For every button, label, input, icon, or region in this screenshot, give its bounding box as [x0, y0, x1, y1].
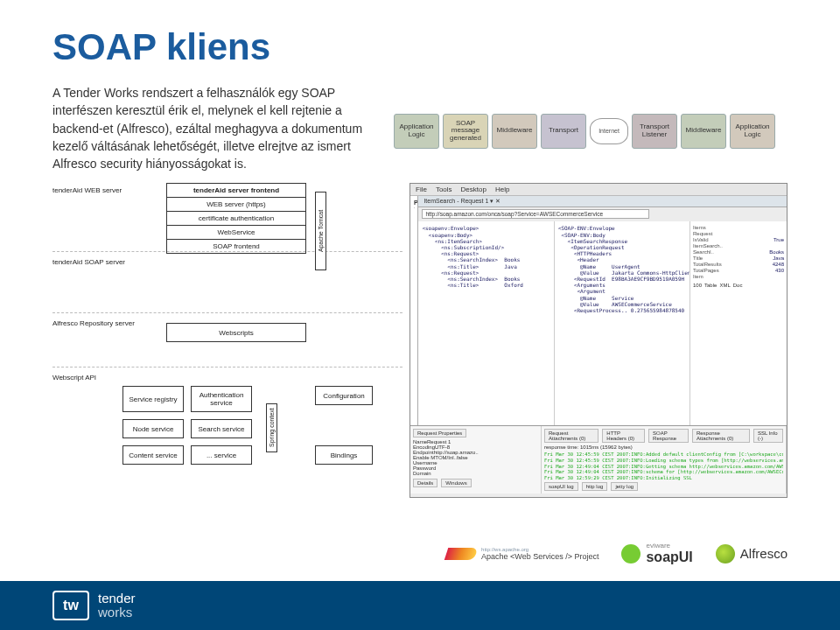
flower-icon — [716, 544, 735, 564]
request-properties-pane: Request Properties NameRequest 1Encoding… — [410, 426, 542, 494]
apache-text: Apache <Web Services /> Project — [481, 552, 598, 561]
request-xml[interactable]: <soapenv:Envelope> <soapenv:Body> <ns:It… — [418, 221, 554, 425]
footer-line1: tender — [98, 592, 136, 606]
resp-tab[interactable]: Doc — [733, 283, 743, 288]
arch-label-api: Webscript API — [52, 374, 96, 382]
outline-row: Item — [693, 273, 784, 279]
outline-row: Items — [693, 224, 784, 230]
arch-content-service: Content service — [122, 445, 184, 465]
lower-tab[interactable]: SSL Info (-) — [753, 429, 783, 443]
pipeline-app-logic-2: Application Logic — [730, 114, 775, 149]
log-pane: Request Attachments (0) HTTP Headers (0)… — [542, 426, 787, 494]
outline-row: TotalResults4248 — [693, 261, 784, 267]
soapui-text: soapUI — [646, 550, 692, 565]
apache-ws-logo: http://ws.apache.org Apache <Web Service… — [446, 547, 598, 561]
menu-item[interactable]: Help — [495, 186, 509, 193]
pipeline-middleware-2: Middleware — [681, 114, 726, 149]
arch-bindings: Bindings — [315, 445, 373, 465]
log-tab[interactable]: http log — [582, 482, 608, 491]
arch-service-registry: Service registry — [122, 386, 184, 412]
soapui-project-tree[interactable]: Projects AmazonAWSECommerceServicePortTy… — [410, 196, 418, 425]
resp-tab[interactable]: Table — [704, 283, 717, 288]
arch-stack-row: SOAP frontend — [167, 240, 305, 253]
pipeline-middleware-1: Middleware — [492, 114, 537, 149]
footer-bar: tw tender works — [0, 581, 840, 630]
tenderworks-logo: tw tender works — [52, 591, 136, 620]
resp-tab[interactable]: XML — [719, 283, 730, 288]
arch-stack-row: WEB server (https) — [167, 198, 305, 212]
response-xml[interactable]: <SOAP-ENV:Envelope <SOAP-ENV:Body <ItemS… — [555, 221, 690, 425]
resp-tab[interactable]: 100 — [693, 283, 702, 288]
request-columns: <soapenv:Envelope> <soapenv:Body> <ns:It… — [418, 221, 787, 425]
top-row: A Tender Works rendszert a felhasználók … — [52, 84, 788, 172]
pipeline-transport: Transport — [541, 114, 586, 149]
feather-icon — [444, 548, 479, 560]
eviware-text: eviware — [646, 542, 670, 550]
arch-node-service: Node service — [122, 419, 184, 438]
outline-row: TotalPages430 — [693, 267, 784, 273]
pipeline-soap-msg: SOAP message generated — [443, 114, 488, 149]
arch-label-web: tenderAid WEB server — [52, 186, 122, 194]
arch-webscripts: Webscripts — [166, 323, 306, 342]
outline-row: TitleJava — [693, 255, 784, 261]
lower-tab[interactable]: Request Attachments (0) — [544, 429, 598, 443]
arch-auth-service: Authentication service — [191, 386, 252, 412]
outline-row: Request — [693, 230, 784, 236]
request-tab[interactable]: ItemSearch - Request 1 ▾ ✕ — [418, 196, 787, 207]
arch-stack-row: WebService — [167, 226, 305, 240]
arch-stack-row: certificate authentication — [167, 212, 305, 226]
circle-icon — [621, 544, 640, 564]
lower-tab[interactable]: Response Attachments (0) — [692, 429, 750, 443]
menu-item[interactable]: Tools — [436, 186, 452, 193]
arch-frontend-title: tenderAid server frontend — [167, 184, 305, 198]
arch-frontend-stack: tenderAid server frontend WEB server (ht… — [166, 183, 306, 254]
log-output: Fri Mar 30 12:45:59 CEST 2007:INFO:Added… — [544, 452, 783, 480]
request-tab-label: ItemSearch - Request 1 — [424, 198, 488, 204]
arch-label-repo: Alfresco Repository server — [52, 319, 135, 327]
menu-item[interactable]: Desktop — [461, 186, 486, 193]
pipeline-transport-listener: Transport Listener — [632, 114, 677, 149]
bottom-tab[interactable]: Details — [413, 479, 438, 487]
menu-item[interactable]: File — [416, 186, 427, 193]
soapui-menubar: File Tools Desktop Help — [410, 184, 787, 196]
lower-tab[interactable]: Request Properties — [413, 429, 466, 438]
logo-row: http://ws.apache.org Apache <Web Service… — [446, 542, 788, 565]
response-view-tabs: 100 Table XML Doc — [693, 283, 784, 288]
soapui-request-pane: ItemSearch - Request 1 ▾ ✕ http://soap.a… — [418, 196, 787, 425]
diagram-row: tenderAid WEB server tenderAid SOAP serv… — [52, 183, 788, 498]
description: A Tender Works rendszert a felhasználók … — [52, 84, 368, 172]
arch-more-service: ... service — [191, 445, 252, 465]
soap-pipeline-diagram: Application Logic SOAP message generated… — [394, 84, 788, 172]
alfresco-text: Alfresco — [740, 546, 788, 561]
log-tab[interactable]: soapUI log — [544, 482, 578, 491]
architecture-diagram: tenderAid WEB server tenderAid SOAP serv… — [52, 183, 402, 498]
footer-line2: works — [98, 606, 136, 620]
soapui-body: Projects AmazonAWSECommerceServicePortTy… — [410, 196, 787, 425]
slide: SOAP kliens A Tender Works rendszert a f… — [0, 0, 840, 630]
bottom-tab[interactable]: Windows — [441, 479, 471, 487]
arch-label-soap: tenderAid SOAP server — [52, 258, 125, 266]
response-time: response time: 1015ms (15962 bytes) — [544, 444, 783, 450]
property-row: Domain — [413, 471, 538, 476]
slide-title: SOAP kliens — [52, 26, 788, 68]
arch-spring-label: Spring context — [266, 403, 277, 452]
url-bar: http://soap.amazon.com/onca/soap?Service… — [418, 207, 787, 221]
arch-search-service: Search service — [191, 419, 252, 438]
tw-mark: tw — [52, 591, 89, 620]
outline-row: IsValidTrue — [693, 236, 784, 242]
outline-row: SearchI..Books — [693, 248, 784, 255]
lower-tab[interactable]: HTTP Headers (0) — [602, 429, 645, 443]
endpoint-url[interactable]: http://soap.amazon.com/onca/soap?Service… — [422, 209, 649, 219]
arch-tomcat-label: Apache Tomcat — [315, 192, 326, 270]
soapui-lower-pane: Request Properties NameRequest 1Encoding… — [410, 425, 787, 494]
alfresco-logo: Alfresco — [716, 544, 788, 564]
response-outline: ItemsRequestIsValidTrueItemSearch..Searc… — [690, 221, 787, 425]
pipeline-app-logic: Application Logic — [394, 114, 439, 149]
soapui-window: File Tools Desktop Help Projects AmazonA… — [410, 183, 788, 498]
log-tab[interactable]: jetty log — [611, 482, 638, 491]
arch-configuration: Configuration — [315, 386, 373, 405]
lower-tab[interactable]: SOAP Response — [648, 429, 689, 443]
outline-row: ItemSearch.. — [693, 242, 784, 248]
pipeline-internet-cloud: Internet — [590, 118, 628, 144]
soapui-logo: eviware soapUI — [621, 542, 692, 565]
